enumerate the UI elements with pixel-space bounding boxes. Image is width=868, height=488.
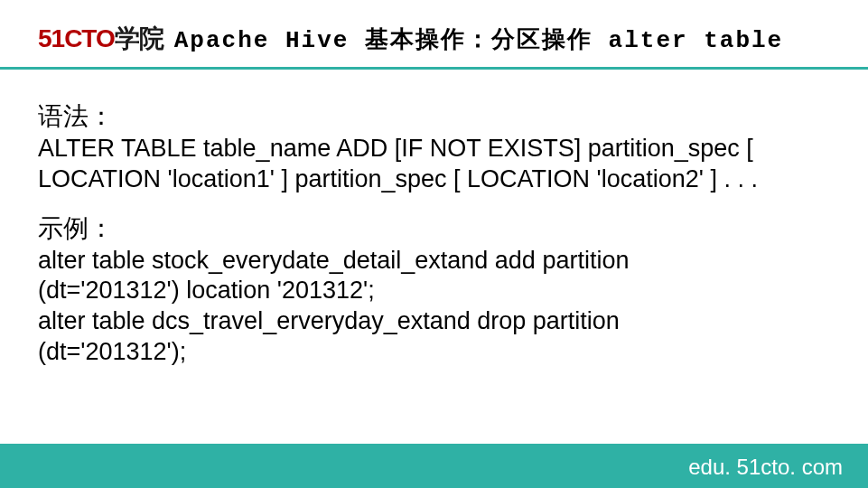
syntax-line: LOCATION 'location1' ] partition_spec [ … (38, 164, 830, 195)
example-line: (dt='201312'); (38, 337, 830, 368)
syntax-label: 语法： (38, 99, 830, 134)
syntax-line: ALTER TABLE table_name ADD [IF NOT EXIST… (38, 134, 830, 164)
header: 51CTO学院 Apache Hive 基本操作：分区操作 alter tabl… (38, 22, 868, 56)
example-block: 示例： alter table stock_everydate_detail_e… (38, 211, 830, 368)
footer-bar: edu. 51cto. com (0, 444, 868, 488)
logo-sub: 学院 (115, 24, 163, 52)
syntax-block: 语法： ALTER TABLE table_name ADD [IF NOT E… (38, 99, 830, 195)
example-line: alter table dcs_travel_erveryday_extand … (38, 306, 830, 337)
slide: 51CTO学院 Apache Hive 基本操作：分区操作 alter tabl… (0, 0, 868, 488)
page-title: Apache Hive 基本操作：分区操作 alter table (174, 23, 783, 55)
content: 语法： ALTER TABLE table_name ADD [IF NOT E… (38, 90, 830, 373)
divider (0, 67, 868, 70)
example-line: (dt='201312') location '201312'; (38, 276, 830, 306)
logo: 51CTO学院 (38, 22, 163, 56)
logo-brand: 51CTO (38, 24, 115, 52)
example-label: 示例： (38, 211, 830, 246)
footer-url: edu. 51cto. com (688, 455, 843, 480)
example-line: alter table stock_everydate_detail_extan… (38, 246, 830, 277)
